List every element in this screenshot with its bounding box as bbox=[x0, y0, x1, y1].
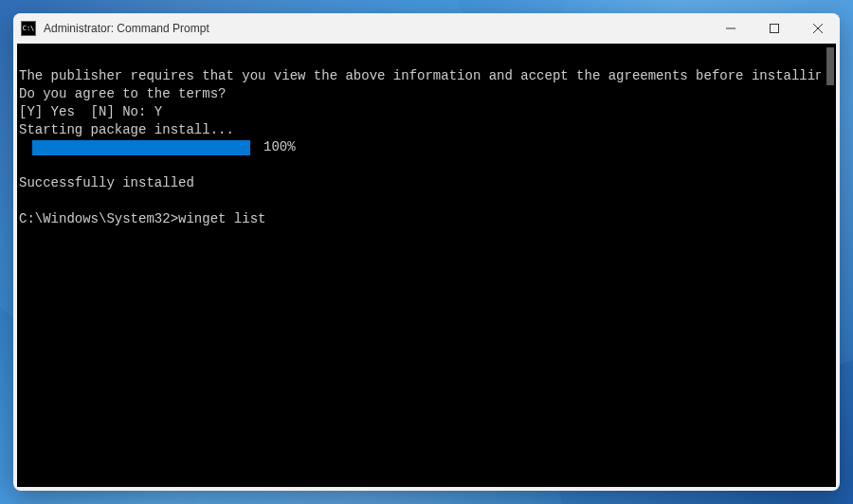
prompt-path: C:\Windows\System32> bbox=[19, 211, 178, 226]
command-input[interactable]: winget list bbox=[178, 211, 265, 226]
window-title: Administrator: Command Prompt bbox=[44, 22, 709, 35]
maximize-button[interactable] bbox=[753, 13, 796, 44]
close-button[interactable] bbox=[796, 13, 840, 44]
window-controls bbox=[709, 13, 840, 44]
progress-percent: 100% bbox=[263, 138, 296, 156]
scrollbar-track[interactable] bbox=[821, 44, 836, 487]
output-line: The publisher requires that you view the… bbox=[19, 68, 836, 83]
prompt-line: C:\Windows\System32>winget list bbox=[19, 211, 265, 226]
terminal-area: The publisher requires that you view the… bbox=[17, 44, 836, 487]
minimize-button[interactable] bbox=[709, 13, 753, 44]
terminal-output[interactable]: The publisher requires that you view the… bbox=[17, 44, 836, 487]
output-line: Successfully installed bbox=[19, 175, 194, 190]
progress-row: 100% bbox=[19, 138, 836, 156]
svg-rect-1 bbox=[771, 25, 779, 33]
cmd-icon-label: C:\ bbox=[23, 26, 35, 32]
cmd-icon: C:\ bbox=[21, 21, 36, 36]
output-line: Do you agree to the terms? bbox=[19, 86, 226, 101]
command-prompt-window: C:\ Administrator: Command Prompt The pu… bbox=[13, 13, 840, 491]
output-line: Starting package install... bbox=[19, 122, 234, 137]
output-line: [Y] Yes [N] No: Y bbox=[19, 104, 162, 119]
scrollbar-thumb[interactable] bbox=[826, 47, 834, 85]
progress-bar bbox=[32, 140, 250, 155]
titlebar[interactable]: C:\ Administrator: Command Prompt bbox=[13, 13, 840, 44]
